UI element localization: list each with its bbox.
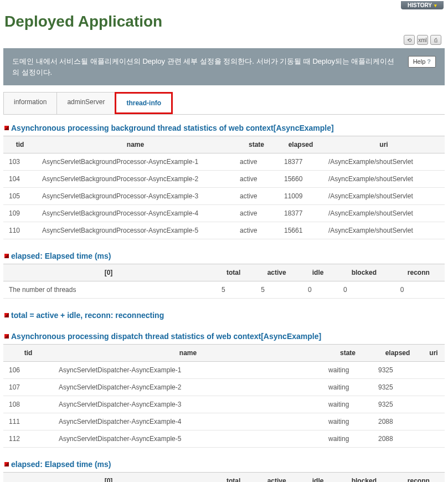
col-active: active bbox=[253, 473, 300, 483]
col-tid: tid bbox=[3, 136, 37, 153]
history-label: HISTORY bbox=[408, 2, 432, 8]
cell-elapsed: 9325 bbox=[373, 396, 423, 413]
col-state: state bbox=[323, 345, 373, 362]
cell-state: waiting bbox=[323, 379, 373, 396]
chevron-down-icon: ▾ bbox=[434, 3, 437, 8]
cell-uri bbox=[423, 413, 445, 430]
page-title: Deployed Application bbox=[0, 11, 448, 35]
table-row: 109AsyncServletBackgroundProcessor-Async… bbox=[3, 205, 445, 222]
cell-name: AsyncServletBackgroundProcessor-AsyncExa… bbox=[37, 188, 234, 205]
cell-tid: 103 bbox=[3, 153, 37, 171]
cell-elapsed: 9325 bbox=[373, 379, 423, 396]
cell-elapsed: 2088 bbox=[373, 413, 423, 430]
section-title-dispatch-stats: Asynchronous processing dispatch thread … bbox=[0, 323, 448, 344]
table-row: 105AsyncServletBackgroundProcessor-Async… bbox=[3, 188, 445, 205]
cell-tid: 112 bbox=[3, 430, 53, 448]
col-label: [0] bbox=[3, 264, 214, 281]
table-row: 111AsyncServletDispatcher-AsyncExample-4… bbox=[3, 413, 445, 430]
cell-uri bbox=[423, 396, 445, 413]
table-row: 104AsyncServletBackgroundProcessor-Async… bbox=[3, 171, 445, 188]
table-row: 112AsyncServletDispatcher-AsyncExample-5… bbox=[3, 430, 445, 448]
table-row: 107AsyncServletDispatcher-AsyncExample-2… bbox=[3, 379, 445, 396]
cell-elapsed: 15661 bbox=[279, 222, 323, 239]
cell-elapsed: 2088 bbox=[373, 430, 423, 448]
cell-elapsed: 9325 bbox=[373, 362, 423, 379]
cell-tid: 108 bbox=[3, 396, 53, 413]
cell-state: waiting bbox=[323, 430, 373, 448]
help-button[interactable]: Help ? bbox=[408, 56, 436, 68]
cell-name: AsyncServletDispatcher-AsyncExample-5 bbox=[53, 430, 323, 448]
cell-tid: 107 bbox=[3, 379, 53, 396]
tab-adminserver[interactable]: adminServer bbox=[56, 92, 115, 114]
col-state: state bbox=[234, 136, 279, 153]
cell-tid: 110 bbox=[3, 222, 37, 239]
cell-tid: 111 bbox=[3, 413, 53, 430]
cell-state: waiting bbox=[323, 413, 373, 430]
cell-name: AsyncServletBackgroundProcessor-AsyncExa… bbox=[37, 153, 234, 171]
col-elapsed: elapsed bbox=[373, 345, 423, 362]
cell-name: AsyncServletBackgroundProcessor-AsyncExa… bbox=[37, 171, 234, 188]
table-bg-threads: tid name state elapsed uri 103AsyncServl… bbox=[3, 136, 445, 239]
table-row: 103AsyncServletBackgroundProcessor-Async… bbox=[3, 153, 445, 171]
table-elapsed-2: [0] total active idle blocked reconn The… bbox=[3, 472, 445, 482]
tab-information[interactable]: information bbox=[3, 92, 57, 114]
col-blocked: blocked bbox=[336, 473, 393, 483]
xml-icon[interactable]: xml bbox=[417, 35, 428, 45]
cell-tid: 106 bbox=[3, 362, 53, 379]
cell-state: active bbox=[234, 205, 279, 222]
col-blocked: blocked bbox=[336, 264, 393, 281]
export-icon[interactable]: ⎙ bbox=[430, 35, 441, 45]
cell-reconn: 0 bbox=[393, 281, 445, 299]
cell-state: waiting bbox=[323, 362, 373, 379]
cell-uri: /AsyncExample/shoutServlet bbox=[323, 222, 445, 239]
cell-uri bbox=[423, 379, 445, 396]
cell-elapsed: 11009 bbox=[279, 188, 323, 205]
cell-elapsed: 18377 bbox=[279, 153, 323, 171]
help-icon: ? bbox=[427, 57, 431, 66]
table-row: The number of threads 5 5 0 0 0 bbox=[3, 281, 445, 299]
cell-uri bbox=[423, 362, 445, 379]
cell-name: AsyncServletDispatcher-AsyncExample-4 bbox=[53, 413, 323, 430]
table-row: 106AsyncServletDispatcher-AsyncExample-1… bbox=[3, 362, 445, 379]
col-elapsed: elapsed bbox=[279, 136, 323, 153]
cell-name: AsyncServletBackgroundProcessor-AsyncExa… bbox=[37, 222, 234, 239]
col-name: name bbox=[37, 136, 234, 153]
tab-thread-info[interactable]: thread-info bbox=[115, 92, 173, 114]
cell-state: waiting bbox=[323, 396, 373, 413]
col-total: total bbox=[214, 264, 253, 281]
table-dispatch-threads: tid name state elapsed uri 106AsyncServl… bbox=[3, 344, 445, 448]
cell-state: active bbox=[234, 188, 279, 205]
history-button[interactable]: HISTORY ▾ bbox=[401, 1, 444, 9]
cell-elapsed: 15660 bbox=[279, 171, 323, 188]
cell-state: active bbox=[234, 171, 279, 188]
refresh-icon[interactable]: ⟲ bbox=[404, 35, 415, 45]
section-title-elapsed-1: elapsed: Elapsed time (ms) bbox=[0, 243, 448, 264]
col-tid: tid bbox=[3, 345, 53, 362]
section-title-elapsed-2: elapsed: Elapsed time (ms) bbox=[0, 451, 448, 472]
table-row: 108AsyncServletDispatcher-AsyncExample-3… bbox=[3, 396, 445, 413]
col-total: total bbox=[214, 473, 253, 483]
section-title-formula-1: total = active + idle, reconn: reconnect… bbox=[0, 302, 448, 323]
cell-uri: /AsyncExample/shoutServlet bbox=[323, 205, 445, 222]
cell-name: AsyncServletDispatcher-AsyncExample-2 bbox=[53, 379, 323, 396]
col-active: active bbox=[253, 264, 300, 281]
col-reconn: reconn bbox=[393, 473, 445, 483]
help-label: Help bbox=[413, 57, 426, 66]
section-title-bg-stats: Asynchronous processing background threa… bbox=[0, 115, 448, 136]
col-name: name bbox=[53, 345, 323, 362]
col-idle: idle bbox=[300, 473, 336, 483]
cell-name: AsyncServletDispatcher-AsyncExample-3 bbox=[53, 396, 323, 413]
cell-state: active bbox=[234, 222, 279, 239]
cell-name: AsyncServletDispatcher-AsyncExample-1 bbox=[53, 362, 323, 379]
cell-active: 5 bbox=[253, 281, 300, 299]
cell-name: AsyncServletBackgroundProcessor-AsyncExa… bbox=[37, 205, 234, 222]
cell-uri bbox=[423, 430, 445, 448]
cell-idle: 0 bbox=[300, 281, 336, 299]
cell-uri: /AsyncExample/shoutServlet bbox=[323, 171, 445, 188]
cell-uri: /AsyncExample/shoutServlet bbox=[323, 153, 445, 171]
cell-state: active bbox=[234, 153, 279, 171]
cell-tid: 104 bbox=[3, 171, 37, 188]
col-reconn: reconn bbox=[393, 264, 445, 281]
tab-bar: information adminServer thread-info bbox=[3, 92, 445, 115]
cell-label: The number of threads bbox=[3, 281, 214, 299]
